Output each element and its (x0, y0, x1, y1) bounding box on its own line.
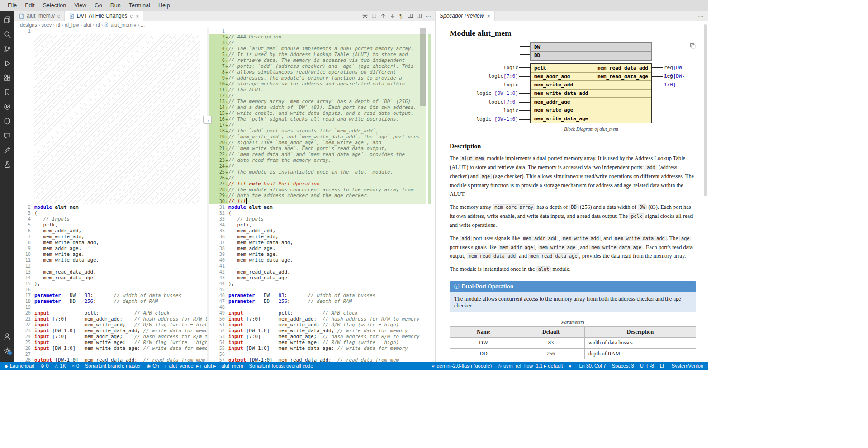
code-text: ( (34, 210, 207, 216)
status-item[interactable]: SonarLint focus: overall code (249, 363, 313, 368)
code-line: 40 mem_write_data_age, (209, 257, 426, 263)
status-item-sparkle[interactable]: ∗gemini-2.0-flash (google) (431, 363, 492, 368)
breadcrumb-item[interactable]: rtl (56, 22, 60, 28)
more-icon[interactable]: ⋯ (424, 12, 432, 20)
status-item-target[interactable]: ◎uvm_ref_flow_1.1 ▸ default (498, 363, 563, 369)
search-icon[interactable] (2, 29, 13, 40)
preview-tab-bar: Specador Preview × ⋯ (436, 11, 708, 21)
breadcrumb-item[interactable]: rtl (96, 22, 100, 28)
settings-icon[interactable] (2, 345, 13, 356)
diff-add-marker: + (225, 69, 228, 75)
menu-item-run[interactable]: Run (106, 0, 125, 11)
menu-item-help[interactable]: Help (154, 0, 174, 11)
breadcrumb-item[interactable]: designs (20, 22, 37, 28)
status-item-info-count[interactable]: ○0 (72, 363, 79, 368)
test-explorer-icon[interactable] (2, 101, 13, 112)
tab-specador-preview[interactable]: Specador Preview × (436, 11, 495, 21)
status-item-error[interactable]: ⊘0 (40, 363, 49, 368)
tab-dvt-ai-file-changes[interactable]: DVT AI File Changesc× (65, 11, 144, 21)
breadcrumb-item[interactable]: alut_mem.v (104, 22, 136, 28)
account-icon[interactable] (2, 331, 13, 342)
arrow-up-icon[interactable] (379, 12, 387, 20)
line-number: 21 (14, 316, 31, 322)
book-icon[interactable] (406, 12, 414, 20)
status-item-power[interactable]: ◉On (147, 363, 159, 368)
status-item-status-dot[interactable]: ● (569, 363, 573, 368)
diff-add-marker (225, 222, 228, 228)
code-text: mem_write_data_add, (228, 240, 426, 245)
bookmarks-icon[interactable] (2, 87, 13, 98)
preview-scrollbar[interactable] (704, 24, 707, 196)
close-icon[interactable]: × (136, 13, 139, 19)
status-item[interactable]: i_alut_veneer ▸ i_alut ▸ i_alut_mem (165, 363, 243, 369)
note-title: Dual-Port Operation (462, 283, 513, 290)
breadcrumb-item[interactable]: socv (42, 22, 52, 28)
extensions-icon[interactable] (2, 72, 13, 83)
code-text: mem_read_data_add, (34, 269, 207, 275)
status-item-warning[interactable]: △1K (55, 363, 66, 368)
breadcrumb-separator: › (101, 22, 103, 28)
menu-item-selection[interactable]: Selection (39, 0, 70, 11)
line-number: 8 (14, 240, 31, 245)
description-paragraph: The module is instantiated once in the a… (450, 265, 696, 274)
input-port-name: mem_write_data_add (534, 90, 588, 96)
run-debug-icon[interactable] (2, 58, 13, 69)
status-item[interactable]: SystemVerilog (672, 363, 703, 368)
diff-editor: 12module alut_mem3(4 // Inputs5 pclk,6 m… (14, 28, 435, 362)
code-line: 41 (209, 263, 426, 269)
code-text: // !!! note Dual-Port Operation (228, 181, 426, 187)
menu-item-terminal[interactable]: Terminal (125, 0, 154, 11)
diff-add-marker (225, 287, 228, 292)
diff-add-marker: + (225, 151, 228, 157)
line-number: 3 (209, 40, 225, 46)
status-item[interactable]: SonarLint branch: master (85, 363, 141, 368)
status-item-launchpad[interactable]: ◆Launchpad (5, 363, 34, 368)
breadcrumb-item[interactable]: alut (83, 22, 91, 28)
diff-add-marker (31, 28, 34, 34)
pilcrow-icon[interactable]: ¶ (397, 12, 405, 20)
source-control-icon[interactable] (2, 43, 13, 54)
code-text: input [DW-1:0] mem_write_data_age; // wr… (34, 345, 207, 351)
tab-badge: c (57, 13, 60, 19)
arrow-down-icon[interactable] (388, 12, 396, 20)
menu-item-file[interactable]: File (4, 0, 21, 11)
code-line: 36 mem_write_add, (209, 234, 426, 240)
breadcrumb-item[interactable]: ... (141, 22, 145, 28)
menu-item-view[interactable]: View (70, 0, 90, 11)
code-line: 9+// addresses. The module's primary fun… (209, 75, 426, 81)
status-item[interactable]: Spaces: 3 (612, 363, 634, 368)
code-line: 13 mem_read_data_add, (14, 269, 207, 275)
diagram-port-row: mem_write_age (531, 106, 651, 114)
square-icon[interactable] (370, 12, 378, 20)
status-item[interactable]: LF (660, 363, 666, 368)
description-paragraph: The memory array mem_core_array has a de… (450, 203, 696, 230)
split-editor-icon[interactable] (415, 12, 423, 20)
code-line: 2module alut_mem (14, 204, 207, 210)
gear-icon[interactable] (360, 12, 369, 20)
line-number: 11 (14, 257, 31, 263)
code-text (228, 263, 426, 269)
menu-item-edit[interactable]: Edit (21, 0, 39, 11)
diff-add-marker (31, 269, 34, 275)
menu-item-go[interactable]: Go (90, 0, 106, 11)
status-item[interactable]: Ln 30, Col 7 (579, 363, 606, 368)
status-item[interactable]: UTF-8 (640, 363, 654, 368)
verification-hex-icon[interactable] (2, 116, 13, 127)
close-icon[interactable]: × (487, 13, 490, 19)
editor-scrollbar[interactable] (420, 28, 426, 106)
diff-modified-pane[interactable]: 12+// ### Description3+//4+// The `alut_… (209, 28, 426, 362)
more-actions-icon[interactable]: ⋯ (697, 12, 705, 20)
copy-icon[interactable] (689, 42, 696, 51)
chat-icon[interactable] (2, 130, 13, 141)
table-cell: width of data busses (585, 338, 696, 349)
edit-pencil-icon[interactable] (2, 145, 13, 156)
flask-icon[interactable] (2, 159, 13, 170)
diagram-parameter: DW (531, 43, 651, 51)
code-text: module alut_mem (34, 204, 207, 210)
revert-change-button[interactable]: → (203, 116, 212, 124)
code-line: 52input [DW-1:0] mem_write_data_add; // … (209, 328, 426, 334)
diff-original-pane[interactable]: 12module alut_mem3(4 // Inputs5 pclk,6 m… (14, 28, 207, 362)
explorer-icon[interactable] (2, 14, 13, 25)
tab-alut-mem-v[interactable]: alut_mem.vc (14, 11, 65, 21)
breadcrumb-item[interactable]: rtl_lpw (65, 22, 79, 28)
